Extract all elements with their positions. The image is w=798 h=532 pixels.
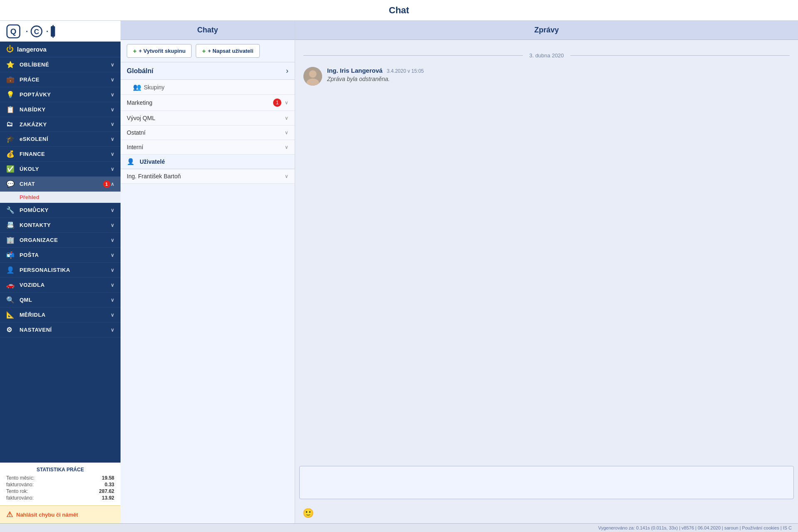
group-name-vyvoj-qml: Vývoj QML (127, 115, 285, 121)
sidebar-item-pomucky[interactable]: 🔧 POMŮCKY ∨ (0, 203, 121, 218)
sidebar-item-organizace[interactable]: 🏢 ORGANIZACE ∨ (0, 233, 121, 248)
stats-box: STATISTIKA PRÁCE Tento měsíc: 19.58 fakt… (0, 462, 121, 505)
sidebar-label-poptavky: POPTÁVKY (20, 91, 111, 98)
group-item-ostatni[interactable]: Ostatní ∨ (121, 126, 295, 140)
footer-text: Vygenerováno za: 0.141s (0.011s, 33x) | … (598, 525, 792, 530)
chevron-down-icon: ∨ (111, 327, 115, 333)
groups-icon: 👥 (133, 83, 141, 91)
graduation-icon: 🎓 (6, 135, 16, 143)
chevron-down-icon-ostatni: ∨ (285, 130, 288, 135)
sidebar-item-meridla[interactable]: 📐 MĚŘIDLA ∨ (0, 308, 121, 323)
warning-icon: ⚠ (6, 510, 13, 519)
emoji-button[interactable]: 🙂 (301, 507, 315, 520)
car-icon: 🚗 (6, 281, 16, 289)
content-area: Chaty + + Vytvořit skupinu + + Napsat už… (121, 21, 798, 523)
plus-icon: + (133, 47, 137, 54)
bulb-icon: 💡 (6, 91, 16, 99)
chevron-down-icon: ∨ (111, 297, 115, 303)
sidebar-item-posta[interactable]: 📬 POŠTA ∨ (0, 248, 121, 263)
avatar (303, 67, 322, 86)
sidebar-item-kontakty[interactable]: 📇 KONTAKTY ∨ (0, 218, 121, 233)
stats-row-3: Tento rok: 287.62 (6, 488, 114, 495)
uzivatele-label: Uživatelé (140, 158, 165, 165)
chat-icon: 💬 (6, 180, 16, 188)
chevron-down-icon: ∨ (111, 62, 115, 68)
top-bar: Chat (0, 0, 798, 21)
write-user-label: + Napsat uživateli (208, 48, 253, 54)
sidebar-item-vozidla[interactable]: 🚗 VOZIDLA ∨ (0, 278, 121, 293)
person-icon: 👤 (6, 266, 16, 274)
sidebar-label-pomucky: POMŮCKY (20, 207, 111, 213)
chevron-down-icon-barton: ∨ (285, 173, 288, 179)
contacts-icon: 📇 (6, 221, 16, 229)
group-name-ostatni: Ostatní (127, 129, 285, 136)
sidebar-item-ukoly[interactable]: ✅ ÚKOLY ∨ (0, 162, 121, 177)
create-group-label: + Vytvořit skupinu (139, 48, 186, 54)
globalni-section[interactable]: Globální › (121, 62, 295, 80)
chevron-down-icon: ∨ (111, 77, 115, 83)
sidebar-label-nabidky: NABÍDKY (20, 106, 111, 113)
write-user-button[interactable]: + + Napsat uživateli (196, 44, 259, 58)
group-item-interni[interactable]: Interní ∨ (121, 140, 295, 155)
chaty-actions: + + Vytvořit skupinu + + Napsat uživatel… (121, 40, 295, 62)
sidebar-label-organizace: ORGANIZACE (20, 237, 111, 243)
user-item-barton[interactable]: Ing. František Bartoň ∨ (121, 169, 295, 184)
chevron-down-icon-marketing: ∨ (285, 100, 288, 106)
power-icon: ⏻ (6, 45, 14, 54)
sidebar-item-chat[interactable]: 💬 CHAT 1 ∧ (0, 177, 121, 192)
stats-value-4: 13.92 (102, 495, 114, 501)
sidebar-label-eskoleni: eSKOLENÍ (20, 136, 111, 142)
message-input[interactable] (299, 466, 794, 499)
mail-icon: 📬 (6, 251, 16, 259)
sidebar-logo: Q · C · (0, 21, 121, 42)
chevron-down-icon: ∨ (111, 237, 115, 243)
sidebar-item-poptavky[interactable]: 💡 POPTÁVKY ∨ (0, 87, 121, 102)
sidebar: Q · C · ⏻ langerova ⭐ OBLÍBENÉ ∨ 💼 (0, 21, 121, 523)
group-item-vyvoj-qml[interactable]: Vývoj QML ∨ (121, 111, 295, 126)
chevron-down-icon: ∨ (111, 92, 115, 98)
group-badge-marketing: 1 (273, 99, 281, 107)
svg-text:C: C (34, 27, 39, 36)
message-content: Ing. Iris Langerová 3.4.2020 v 15:05 Zpr… (327, 67, 790, 86)
sidebar-label-nastaveni: NASTAVENÍ (20, 327, 111, 333)
sidebar-user[interactable]: ⏻ langerova (0, 42, 121, 57)
sidebar-item-eskoleni[interactable]: 🎓 eSKOLENÍ ∨ (0, 132, 121, 147)
date-separator-text: 3. dubna 2020 (529, 52, 564, 59)
sidebar-item-finance[interactable]: 💰 FINANCE ∨ (0, 147, 121, 162)
create-group-button[interactable]: + + Vytvořit skupinu (127, 44, 192, 58)
uzivatele-section[interactable]: 👤 Uživatelé (121, 155, 295, 169)
clipboard-icon: 📋 (6, 106, 16, 113)
org-icon: 🏢 (6, 236, 16, 244)
chevron-down-icon-interni: ∨ (285, 144, 288, 150)
sidebar-sub-item-prehled[interactable]: Přehled (0, 192, 121, 203)
zpravy-header: Zprávy (295, 21, 798, 40)
date-separator: 3. dubna 2020 (303, 52, 790, 59)
page-title: Chat (389, 5, 409, 16)
sidebar-label-meridla: MĚŘIDLA (20, 312, 111, 318)
tools-icon: 🔧 (6, 206, 16, 214)
sidebar-item-nastaveni[interactable]: ⚙ NASTAVENÍ ∨ (0, 323, 121, 337)
svg-text:·: · (46, 27, 48, 36)
separator-line-left (303, 55, 523, 56)
report-bug-button[interactable]: ⚠ Nahlásit chybu či námět (0, 505, 121, 523)
chevron-down-icon: ∨ (111, 166, 115, 172)
sidebar-item-oblibene[interactable]: ⭐ OBLÍBENÉ ∨ (0, 57, 121, 72)
chevron-right-icon: › (286, 66, 288, 75)
sidebar-item-qml[interactable]: 🔍 QML ∨ (0, 293, 121, 308)
stats-label-4: fakturováno: (6, 495, 34, 501)
stats-row-1: Tento měsíc: 19.58 (6, 475, 114, 481)
chevron-down-icon: ∨ (111, 222, 115, 228)
group-item-marketing[interactable]: Marketing 1 ∨ (121, 95, 295, 111)
sidebar-item-prace[interactable]: 💼 PRÁCE ∨ (0, 72, 121, 87)
stats-value-3: 287.62 (99, 488, 114, 494)
sidebar-item-personalistika[interactable]: 👤 PERSONALISTIKA ∨ (0, 263, 121, 278)
chevron-down-icon: ∨ (111, 136, 115, 142)
check-icon: ✅ (6, 165, 16, 173)
stats-title: STATISTIKA PRÁCE (6, 467, 114, 473)
skupiny-subsection[interactable]: 👥 Skupiny (121, 80, 295, 95)
sidebar-item-nabidky[interactable]: 📋 NABÍDKY ∨ (0, 102, 121, 117)
chevron-down-icon: ∨ (111, 252, 115, 258)
sidebar-item-zakazky[interactable]: 🗂 ZAKÁZKY ∨ (0, 117, 121, 132)
sidebar-label-posta: POŠTA (20, 252, 111, 258)
sidebar-label-oblibene: OBLÍBENÉ (20, 62, 111, 68)
